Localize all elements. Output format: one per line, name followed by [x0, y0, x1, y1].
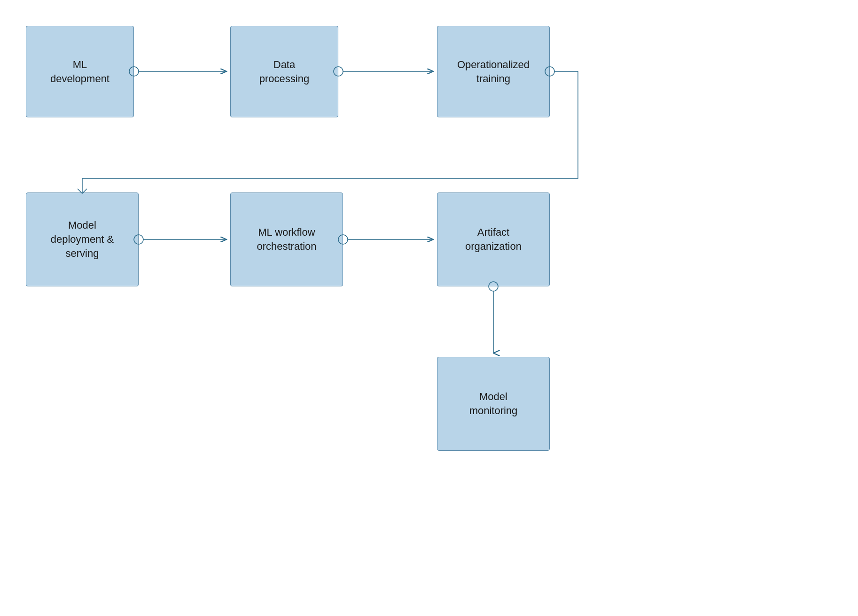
node-operationalized-training: Operationalized training [437, 26, 550, 117]
node-ml-workflow-label: ML workflow orchestration [257, 225, 316, 253]
node-data-processing-label: Data processing [259, 58, 309, 85]
node-ml-development-label: ML development [50, 58, 109, 85]
diagram-container: ML development Data processing Operation… [0, 0, 858, 616]
node-model-deployment-label: Model deployment & serving [51, 218, 114, 260]
node-model-deployment: Model deployment & serving [26, 192, 139, 286]
node-artifact-organization: Artifact organization [437, 192, 550, 286]
node-ml-workflow: ML workflow orchestration [230, 192, 343, 286]
node-model-monitoring-label: Model monitoring [469, 390, 518, 417]
node-operationalized-training-label: Operationalized training [457, 58, 530, 85]
node-model-monitoring: Model monitoring [437, 357, 550, 451]
node-data-processing: Data processing [230, 26, 338, 117]
node-ml-development: ML development [26, 26, 134, 117]
node-artifact-organization-label: Artifact organization [465, 225, 522, 253]
